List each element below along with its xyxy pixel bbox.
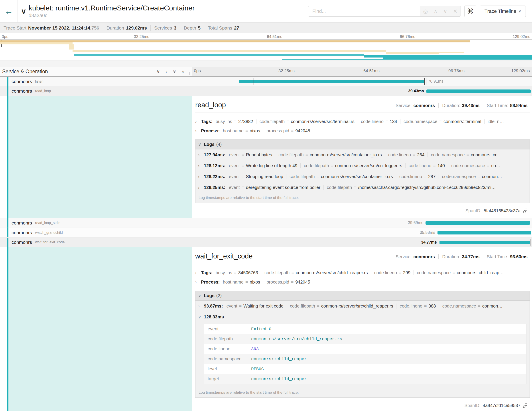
log-field-row: code.filepathconmon-rs/server/src/child_… xyxy=(204,334,526,344)
trace-title-collapse-toggle[interactable]: ∨ xyxy=(21,8,26,15)
chevron-right-icon: › xyxy=(198,174,204,179)
span-timeline-cell[interactable]: 34.77ms xyxy=(192,238,532,247)
span-timeline-cell[interactable]: 39.43ms xyxy=(192,86,532,96)
logs-footer-note: Log timestamps are relative to the start… xyxy=(195,193,530,203)
duration-label: Duration xyxy=(106,25,124,31)
log-field: code.filepath=conmon-rs/server/src/conta… xyxy=(286,174,396,179)
trace-minimap[interactable] xyxy=(0,39,532,60)
deep-link-icon[interactable] xyxy=(523,403,528,408)
find-prev-icon[interactable]: ∧ xyxy=(434,9,438,14)
log-field: code.namespace=conmon… xyxy=(439,303,506,309)
depth-item: Depth 5 xyxy=(180,25,204,31)
span-name-cell: conmonrs read_loop xyxy=(0,86,192,96)
span-service: conmonrs xyxy=(11,240,32,245)
tags-accordian[interactable]: › Tags: busy_ns=273882 code.filepath=con… xyxy=(195,117,530,126)
tag-chip: code.namespace=conmonrs::child_reap… xyxy=(414,270,507,275)
span-duration-bar[interactable] xyxy=(437,231,531,235)
trace-view-label: Trace Timeline xyxy=(484,9,516,14)
tag-chip: busy_ns=273882 xyxy=(216,119,256,124)
command-icon: ⌘ xyxy=(467,8,474,15)
spanid-row: SpanID: 4a947cfd1ce59537 xyxy=(195,400,530,410)
tag-chip: code.filepath=conmon-rs/server/src/child… xyxy=(261,270,371,275)
span-row-watch_grandchild[interactable]: conmonrs watch_grandchild 35.58ms xyxy=(0,228,532,238)
spanid-label: SpanID: xyxy=(466,208,481,213)
trace-title-block: kubelet: runtime.v1.RuntimeService/Creat… xyxy=(28,4,195,19)
minimap-span-bar xyxy=(282,59,532,60)
divider xyxy=(195,113,530,113)
divider xyxy=(195,264,530,264)
expand-collapse-controls: ∨ › » » xyxy=(156,69,192,74)
expand-one-icon[interactable]: › xyxy=(166,69,167,74)
log-entry[interactable]: › 127.94ms: event=Read 4 bytes code.file… xyxy=(195,149,530,160)
span-timeline-cell[interactable]: 70.91ms xyxy=(192,77,532,86)
log-entry[interactable]: › 128.25ms: event=deregistering event so… xyxy=(195,182,530,193)
logs-accordian-header[interactable]: ∨ Logs (4) xyxy=(195,140,530,149)
span-detail-body: read_loop Service:conmonrs Duration:39.4… xyxy=(192,96,532,218)
find-input[interactable] xyxy=(308,6,420,16)
logs-footer-note: Log timestamps are relative to the start… xyxy=(195,388,530,397)
total-spans-label: Total Spans xyxy=(208,25,232,31)
trace-page-header: ← ∨ kubelet: runtime.v1.RuntimeService/C… xyxy=(0,0,532,23)
log-field: code.namespace=conmonrs::co… xyxy=(428,152,505,157)
span-detail-gutter-fill[interactable] xyxy=(9,247,192,411)
process-label: Process: xyxy=(201,128,220,133)
back-button[interactable]: ← xyxy=(0,0,18,22)
span-tick xyxy=(424,78,425,85)
span-name-cell: conmonrs watch_grandchild xyxy=(0,228,192,237)
log-entry[interactable]: › 128.22ms: event=Stopping read loop cod… xyxy=(195,171,530,182)
chevron-down-icon: ∨ xyxy=(198,142,204,147)
minimap-span-bar xyxy=(73,50,386,52)
process-accordian[interactable]: › Process: host.name=nixos process.pid=9… xyxy=(195,277,530,287)
span-detail-meta: Service:conmonrs Duration:34.77ms Start … xyxy=(392,254,528,260)
chevron-right-icon: › xyxy=(198,304,204,309)
trace-summary-bar: Trace Start November 15 2022, 11:24:14 .… xyxy=(0,23,532,33)
find-tools: ◎ ∧ ∨ ✕ xyxy=(420,6,461,16)
span-duration-bar[interactable] xyxy=(239,80,425,83)
header-toolbar: ◎ ∧ ∨ ✕ ⌘ Trace Timeline ∨ xyxy=(308,6,532,17)
log-field: event=Stopping read loop xyxy=(229,174,286,179)
collapse-one-icon[interactable]: ∨ xyxy=(156,69,160,74)
timeline-tick: 64.51ms xyxy=(363,68,380,73)
depth-value: 5 xyxy=(198,25,200,31)
span-duration-bar[interactable] xyxy=(426,221,530,225)
keyboard-shortcuts-button[interactable]: ⌘ xyxy=(464,6,476,17)
tags-accordian[interactable]: › Tags: busy_ns=34506763 code.filepath=c… xyxy=(195,268,530,277)
span-detail-title: read_loop xyxy=(195,101,226,109)
service-color-accent xyxy=(7,228,9,237)
trace-view-selector[interactable]: Trace Timeline ∨ xyxy=(480,6,526,17)
logs-accordian-header[interactable]: ∨ Logs (2) xyxy=(195,291,530,301)
column-resizer-grip[interactable]: ‖ xyxy=(189,71,190,76)
span-duration-bar[interactable] xyxy=(439,241,530,244)
logs-label: Logs xyxy=(204,142,215,147)
duration-value: 34.77ms xyxy=(462,254,479,259)
span-operation: read_loop_stdin xyxy=(35,221,60,225)
collapse-all-icon[interactable]: » xyxy=(172,70,177,73)
process-label: Process: xyxy=(201,280,220,285)
log-entry-expanded[interactable]: ∨ 128.33ms xyxy=(195,312,530,323)
span-detail-title: wait_for_exit_code xyxy=(195,252,253,260)
log-entry[interactable]: › 128.12ms: event=Wrote log line of leng… xyxy=(195,160,530,171)
find-next-icon[interactable]: ∨ xyxy=(443,9,447,14)
process-accordian[interactable]: › Process: host.name=nixos process.pid=9… xyxy=(195,126,530,136)
span-row-listen[interactable]: conmonrs listen 70.91ms xyxy=(0,77,532,86)
span-timeline-cell[interactable]: 35.58ms xyxy=(192,228,532,237)
spanid-row: SpanID: 5faf48165428c37a xyxy=(195,205,530,215)
span-detail-gutter-fill[interactable] xyxy=(9,96,192,218)
span-row-read_loop_stdin[interactable]: conmonrs read_loop_stdin 39.69ms xyxy=(0,218,532,228)
find-clear-icon[interactable]: ✕ xyxy=(453,9,457,14)
span-operation: wait_for_exit_code xyxy=(35,240,65,244)
ruler-tick: 0μs xyxy=(2,34,8,39)
span-duration-bar[interactable] xyxy=(426,89,531,93)
find-group: ◎ ∧ ∨ ✕ xyxy=(308,6,461,17)
deep-link-icon[interactable] xyxy=(523,208,528,213)
total-spans-item: Total Spans 27 xyxy=(204,25,243,31)
span-tick xyxy=(439,239,439,245)
log-timestamp: 128.33ms xyxy=(204,314,224,320)
find-match-icon[interactable]: ◎ xyxy=(423,9,428,14)
log-entry[interactable]: › 93.87ms: event=Waiting for exit code c… xyxy=(195,301,530,312)
span-row-read_loop[interactable]: conmonrs read_loop 39.43ms xyxy=(0,86,532,96)
span-service: conmonrs xyxy=(11,230,32,235)
span-timeline-cell[interactable]: 39.69ms xyxy=(192,218,532,228)
span-row-wait_for_exit_code[interactable]: conmonrs wait_for_exit_code 34.77ms xyxy=(0,238,532,247)
expand-all-icon[interactable]: » xyxy=(182,69,184,74)
